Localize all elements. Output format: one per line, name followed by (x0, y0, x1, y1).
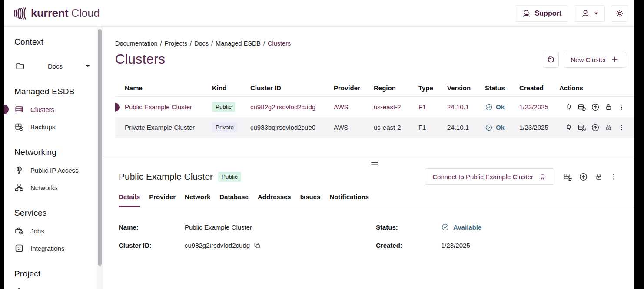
drag-handle-icon[interactable] (369, 160, 381, 166)
user-icon (581, 9, 590, 18)
cell-status: Ok (485, 103, 519, 111)
breadcrumb-documentation[interactable]: Documentation (115, 40, 158, 47)
cell-actions (559, 103, 634, 112)
kebab-menu-icon[interactable] (617, 124, 625, 131)
left-letterbox (0, 0, 4, 289)
connect-plug-icon[interactable] (564, 103, 573, 111)
breadcrumb-projects[interactable]: Projects (165, 40, 187, 47)
sidebar-scrollbar-thumb[interactable] (98, 29, 102, 266)
kebab-menu-icon[interactable] (617, 103, 625, 111)
upgrade-circle-icon[interactable] (591, 123, 600, 132)
theme-toggle-button[interactable] (611, 5, 628, 22)
table-row[interactable]: Public Example Cluster Public cu982g2irs… (115, 97, 634, 117)
column-header-version: Version (447, 84, 485, 92)
tab-addresses[interactable]: Addresses (258, 193, 291, 207)
sidebar-item-public-ip-access[interactable]: Public IP Access (14, 161, 97, 179)
backup-plus-icon[interactable] (578, 123, 586, 132)
sidebar-item-clusters[interactable]: Clusters (14, 101, 97, 118)
context-selected-value: Docs (25, 62, 86, 70)
breadcrumb-docs[interactable]: Docs (194, 40, 209, 47)
connect-button[interactable]: Connect to Public Example Cluster (425, 168, 554, 185)
user-menu-button[interactable] (574, 5, 605, 22)
backup-plus-icon[interactable] (578, 103, 586, 112)
column-header-name: Name (115, 84, 212, 92)
cell-created: 1/23/2025 (519, 103, 559, 111)
sidebar-heading-context: Context (14, 37, 97, 47)
tab-issues[interactable]: Issues (300, 193, 321, 207)
backup-plus-icon[interactable] (563, 172, 572, 181)
refresh-button[interactable] (543, 52, 559, 68)
tab-network[interactable]: Network (185, 193, 210, 207)
logo[interactable]: kurrent Cloud (13, 7, 100, 20)
status-text: Ok (496, 103, 505, 111)
kind-badge: Private (212, 122, 237, 132)
cell-status: Ok (485, 124, 519, 131)
cell-actions (559, 123, 634, 132)
jobs-icon (14, 226, 24, 236)
table-header-row: Name Kind Cluster ID Provider Region Typ… (115, 79, 634, 97)
selected-row-indicator (115, 103, 120, 112)
cell-region: us-east-2 (374, 124, 418, 131)
sidebar: Context Docs Managed ESDB (4, 27, 97, 289)
kind-badge: Public (218, 172, 241, 182)
tab-details[interactable]: Details (119, 193, 140, 207)
tab-notifications[interactable]: Notifications (329, 193, 369, 207)
lock-icon[interactable] (604, 123, 613, 131)
sidebar-item-label: Clusters (30, 106, 54, 113)
sidebar-item-label: Jobs (30, 227, 44, 235)
cell-provider: AWS (334, 103, 374, 111)
sidebar-item-events-console[interactable]: Events Console (14, 283, 97, 289)
right-letterbox (634, 0, 644, 289)
header-actions: Support (515, 5, 628, 22)
cell-created: 1/23/2025 (519, 124, 559, 131)
lock-icon[interactable] (594, 172, 603, 181)
connect-plug-icon[interactable] (564, 123, 573, 131)
kind-badge: Public (212, 102, 235, 112)
new-cluster-label: New Cluster (571, 56, 606, 63)
name-label: Name: (119, 223, 185, 231)
tab-database[interactable]: Database (219, 193, 249, 207)
sidebar-group-services: Services Jobs (14, 208, 97, 257)
app-body: Context Docs Managed ESDB (4, 27, 634, 289)
sidebar-group-managed-esdb: Managed ESDB Clusters (14, 87, 97, 135)
caret-down-icon (594, 12, 598, 15)
table-row[interactable]: Private Example Cluster Private cu983bqi… (115, 117, 634, 138)
context-selector[interactable]: Docs (15, 57, 90, 75)
lock-icon[interactable] (604, 103, 613, 111)
cell-version: 24.10.1 (447, 124, 485, 131)
sidebar-heading: Project (14, 269, 97, 279)
breadcrumb-separator: / (263, 40, 265, 47)
detail-title: Public Example Cluster (119, 171, 213, 182)
sidebar-item-networks[interactable]: Networks (14, 179, 97, 196)
kebab-menu-icon[interactable] (610, 173, 618, 181)
sidebar-item-integrations[interactable]: Integrations (14, 240, 97, 257)
clusters-table: Name Kind Cluster ID Provider Region Typ… (115, 79, 634, 138)
detail-actions: Connect to Public Example Cluster (425, 168, 618, 185)
cluster-id-text: cu982g2irsdvlod2cudg (185, 242, 250, 249)
sidebar-scrollbar[interactable] (97, 27, 103, 289)
kurrent-cloud-app: kurrent Cloud Support (4, 0, 634, 289)
upgrade-circle-icon[interactable] (591, 103, 600, 112)
copy-icon[interactable] (254, 242, 261, 249)
sidebar-item-backups[interactable]: Backups (14, 118, 97, 135)
kurrent-stripes-icon (13, 7, 27, 20)
tab-provider[interactable]: Provider (149, 193, 176, 207)
column-header-type: Type (418, 84, 447, 92)
breadcrumb-managed-esdb[interactable]: Managed ESDB (216, 40, 261, 47)
sidebar-item-jobs[interactable]: Jobs (14, 222, 97, 240)
support-headset-icon (521, 9, 531, 18)
new-cluster-button[interactable]: New Cluster (564, 52, 626, 68)
column-header-actions: Actions (559, 84, 634, 92)
breadcrumb-current: Clusters (268, 40, 291, 47)
cell-name: Public Example Cluster (125, 103, 192, 111)
sidebar-item-label: Networks (30, 184, 58, 191)
upgrade-circle-icon[interactable] (579, 172, 588, 181)
panel-divider (103, 158, 634, 158)
support-label: Support (535, 10, 561, 17)
check-circle-icon (485, 124, 493, 131)
page-title-row: Clusters New Cluster (115, 50, 634, 69)
active-item-indicator (4, 105, 9, 114)
breadcrumb: Documentation / Projects / Docs / Manage… (115, 40, 634, 47)
sidebar-group-networking: Networking Public IP Access (14, 148, 97, 196)
support-button[interactable]: Support (515, 5, 568, 22)
